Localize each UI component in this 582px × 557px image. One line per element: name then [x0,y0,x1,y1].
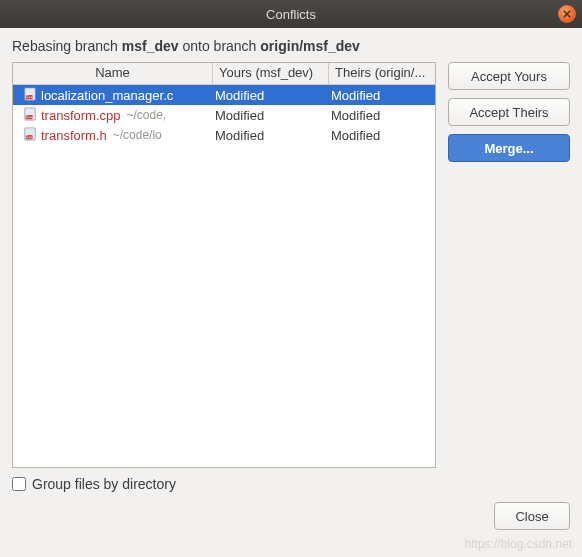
cpp-file-icon: C++ [23,87,37,104]
group-files-input[interactable] [12,477,26,491]
accept-theirs-button[interactable]: Accept Theirs [448,98,570,126]
table-header: Name Yours (msf_dev) Theirs (origin/... [13,63,435,85]
dialog-content: Rebasing branch msf_dev onto branch orig… [0,28,582,542]
conflicts-table[interactable]: Name Yours (msf_dev) Theirs (origin/... … [12,62,436,468]
yours-cell: Modified [213,88,329,103]
file-name: transform.h [41,128,107,143]
table-row[interactable]: C++ localization_manager.c Modified Modi… [13,85,435,105]
group-files-checkbox[interactable]: Group files by directory [12,476,570,492]
cpp-file-icon: C++ [23,107,37,124]
file-name: transform.cpp [41,108,120,123]
theirs-cell: Modified [329,128,435,143]
col-name[interactable]: Name [13,63,213,84]
theirs-cell: Modified [329,88,435,103]
cpp-file-icon: C++ [23,127,37,144]
rebase-header: Rebasing branch msf_dev onto branch orig… [12,38,570,54]
svg-text:C++: C++ [25,94,33,99]
close-button[interactable]: Close [494,502,570,530]
merge-button[interactable]: Merge... [448,134,570,162]
col-yours[interactable]: Yours (msf_dev) [213,63,329,84]
col-theirs[interactable]: Theirs (origin/... [329,63,435,84]
file-path: ~/code/lo [113,128,162,142]
table-row[interactable]: C++ transform.h ~/code/lo Modified Modif… [13,125,435,145]
yours-cell: Modified [213,128,329,143]
group-files-label: Group files by directory [32,476,176,492]
accept-yours-button[interactable]: Accept Yours [448,62,570,90]
titlebar: Conflicts [0,0,582,28]
file-name: localization_manager.c [41,88,173,103]
source-branch: msf_dev [122,38,179,54]
svg-text:C++: C++ [25,114,33,119]
theirs-cell: Modified [329,108,435,123]
close-icon[interactable] [558,5,576,23]
yours-cell: Modified [213,108,329,123]
action-buttons: Accept Yours Accept Theirs Merge... [448,62,570,468]
target-branch: origin/msf_dev [260,38,360,54]
svg-text:C++: C++ [25,134,33,139]
file-path: ~/code, [126,108,166,122]
window-title: Conflicts [266,7,316,22]
table-row[interactable]: C++ transform.cpp ~/code, Modified Modif… [13,105,435,125]
